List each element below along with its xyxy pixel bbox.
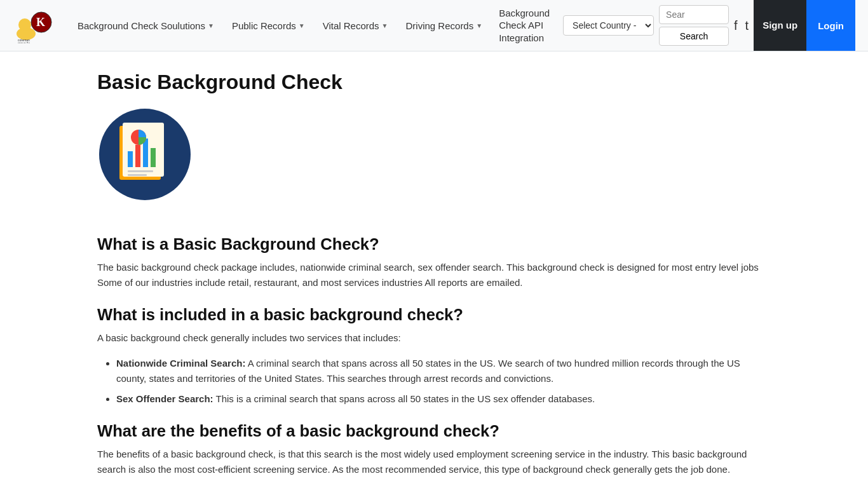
nav-link-vital-records[interactable]: Vital Records ▼ bbox=[315, 15, 396, 36]
list-item: Nationwide Criminal Search: A criminal s… bbox=[116, 356, 771, 386]
svg-point-1 bbox=[18, 18, 31, 31]
chevron-down-icon: ▼ bbox=[382, 22, 388, 29]
section3-heading: What are the benefits of a basic backgro… bbox=[97, 422, 771, 440]
search-area: Search bbox=[659, 5, 729, 46]
bullet-title-2: Sex Offender Search: bbox=[116, 393, 214, 404]
logo-svg: K coleman group,llc. bbox=[15, 8, 56, 43]
section1-text: The basic background check package inclu… bbox=[97, 260, 771, 290]
main-content: Basic Background Check What is a Basic B… bbox=[85, 51, 783, 488]
nav-item-background[interactable]: Background Check Soulutions ▼ bbox=[70, 15, 222, 36]
navbar-right: Search f t Sign up Login bbox=[654, 0, 855, 51]
nav-api-label: Background Check API Integration bbox=[492, 2, 560, 50]
section2-heading: What is included in a basic background c… bbox=[97, 306, 771, 324]
nav-link-background[interactable]: Background Check Soulutions ▼ bbox=[70, 15, 222, 36]
nav-item-vital-records[interactable]: Vital Records ▼ bbox=[315, 15, 396, 36]
nav-item-country-select[interactable]: Select Country - bbox=[563, 15, 654, 36]
svg-text:K: K bbox=[36, 16, 45, 29]
search-input[interactable] bbox=[659, 5, 729, 24]
list-item: Sex Offender Search: This is a criminal … bbox=[116, 391, 771, 407]
nav-label-public-records: Public Records bbox=[232, 20, 296, 31]
hero-image bbox=[97, 107, 193, 202]
twitter-icon[interactable]: t bbox=[745, 18, 749, 33]
logo-container: K coleman group,llc. bbox=[13, 6, 57, 44]
svg-rect-14 bbox=[128, 170, 153, 172]
page-title: Basic Background Check bbox=[97, 71, 771, 94]
section3-text: The benefits of a basic background check… bbox=[97, 447, 771, 477]
nav-item-driving-records[interactable]: Driving Records ▼ bbox=[398, 15, 491, 36]
svg-text:group,llc.: group,llc. bbox=[18, 41, 31, 43]
search-button[interactable]: Search bbox=[659, 27, 729, 46]
svg-rect-12 bbox=[151, 148, 156, 167]
navbar-right-inner: Search f t bbox=[654, 0, 749, 51]
chevron-down-icon: ▼ bbox=[299, 22, 305, 29]
facebook-icon[interactable]: f bbox=[734, 18, 738, 33]
nav-link-public-records[interactable]: Public Records ▼ bbox=[224, 15, 313, 36]
section2-intro: A basic background check generally inclu… bbox=[97, 330, 771, 346]
country-select[interactable]: Select Country - bbox=[563, 15, 654, 36]
section1-heading: What is a Basic Background Check? bbox=[97, 235, 771, 254]
bullet-text-2: This is a criminal search that spans acr… bbox=[215, 393, 595, 404]
nav-label-driving-records: Driving Records bbox=[406, 20, 474, 31]
brand-logo[interactable]: K coleman group,llc. bbox=[13, 6, 57, 44]
login-button[interactable]: Login bbox=[806, 0, 855, 51]
social-icons: f t bbox=[734, 18, 749, 33]
signup-button[interactable]: Sign up bbox=[754, 0, 806, 51]
chevron-down-icon: ▼ bbox=[476, 22, 482, 29]
svg-rect-10 bbox=[135, 145, 140, 167]
nav-item-api: Background Check API Integration bbox=[492, 2, 560, 50]
nav-label-background: Background Check Soulutions bbox=[78, 20, 205, 31]
hero-image-container bbox=[97, 107, 771, 220]
bullet-title-1: Nationwide Criminal Search: bbox=[116, 358, 245, 369]
nav-item-public-records[interactable]: Public Records ▼ bbox=[224, 15, 313, 36]
chevron-down-icon: ▼ bbox=[208, 22, 214, 29]
bullet-list: Nationwide Criminal Search: A criminal s… bbox=[116, 356, 771, 407]
svg-rect-9 bbox=[128, 151, 133, 167]
navbar: K coleman group,llc. Background Check So… bbox=[0, 0, 868, 51]
svg-rect-15 bbox=[128, 174, 147, 176]
nav-links: Background Check Soulutions ▼ Public Rec… bbox=[70, 2, 654, 50]
nav-link-driving-records[interactable]: Driving Records ▼ bbox=[398, 15, 491, 36]
nav-label-vital-records: Vital Records bbox=[323, 20, 379, 31]
